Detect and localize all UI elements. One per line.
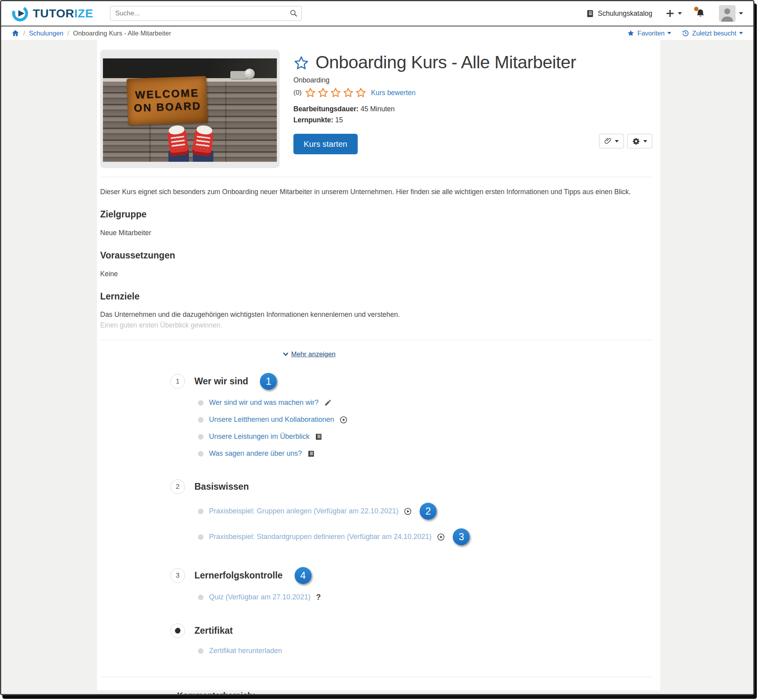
lernziele-heading: Lernziele (100, 290, 652, 304)
logo-wordmark: TUTORIZE (33, 7, 93, 20)
pencil-icon (324, 399, 332, 406)
course-info: Onboarding Kurs - Alle Mitarbeiter Onboa… (293, 50, 652, 168)
catalog-label: Schulungskatalog (598, 9, 652, 18)
lesson-bullet (198, 400, 204, 406)
section-title: Basiswissen (194, 481, 249, 492)
section-title: Wer wir sind (194, 376, 248, 387)
course-image: WELCOME ON BOARD (100, 50, 280, 168)
rating-star-icon[interactable] (305, 87, 316, 98)
rating-star-icon[interactable] (317, 87, 329, 98)
lesson-bullet (198, 417, 204, 423)
lesson-link[interactable]: Wer sind wir und was machen wir? (209, 399, 319, 407)
zielgruppe-heading: Zielgruppe (100, 208, 652, 222)
curriculum-section-1: 1 Wer wir sind 1 Wer sind wir und was ma… (170, 373, 652, 458)
welcome-on-board-photo: WELCOME ON BOARD (103, 58, 277, 162)
play-circle-icon (437, 533, 445, 541)
settings-button[interactable] (627, 134, 652, 148)
zielgruppe-text: Neue Mitarbeiter (100, 228, 652, 238)
lesson-bullet (198, 451, 204, 457)
points-label: Lernpunkte: (293, 116, 333, 124)
top-navbar: TUTORIZE Schulungskatalog (1, 1, 753, 26)
lernziel-1: Das Unternehmen und die dazugehörigen wi… (100, 309, 652, 320)
lesson-link[interactable]: Praxisbeispiel: Standardgruppen definier… (209, 533, 431, 541)
chevron-down-icon (678, 12, 682, 15)
course-category: Onboarding (293, 76, 652, 84)
section-number: 1 (170, 374, 185, 389)
breadcrumb-separator: / (67, 30, 69, 37)
rate-course-link[interactable]: Kurs bewerten (371, 89, 416, 97)
section-title: Lernerfolgskontrolle (194, 570, 283, 581)
course-meta: Bearbeitungsdauer: 45 Minuten Lernpunkte… (293, 103, 652, 125)
favorites-label: Favoriten (637, 30, 665, 37)
actions-row: Kurs starten (293, 134, 652, 154)
chevron-down-icon (739, 12, 743, 15)
comments-divider (100, 677, 652, 677)
app-window: TUTORIZE Schulungskatalog (0, 0, 754, 695)
course-header: WELCOME ON BOARD Onboarding (100, 50, 652, 168)
create-menu-button[interactable] (666, 9, 682, 18)
catalog-link[interactable]: Schulungskatalog (586, 9, 652, 18)
callout-badge-4: 4 (295, 567, 312, 584)
rating-star-icon[interactable] (343, 87, 354, 98)
points-value: 15 (335, 116, 343, 124)
search-icon[interactable] (289, 9, 298, 17)
chevron-down-icon (283, 351, 289, 357)
show-more-divider (100, 340, 652, 340)
play-circle-icon (404, 507, 412, 515)
favorite-star-icon[interactable] (293, 55, 309, 71)
download-certificate-link[interactable]: Zertifikat herunterladen (209, 647, 282, 655)
rating-star-icon[interactable] (330, 87, 341, 98)
recently-visited-dropdown[interactable]: Zuletzt besucht (681, 29, 743, 37)
lesson-link[interactable]: Unsere Leitthemen und Kollaborationen (209, 416, 334, 424)
navbar-right: Schulungskatalog (586, 5, 743, 22)
course-card: WELCOME ON BOARD Onboarding (97, 40, 660, 690)
duration-label: Bearbeitungsdauer: (293, 105, 358, 113)
curriculum: 1 Wer wir sind 1 Wer sind wir und was ma… (170, 373, 652, 655)
rating-star-icon[interactable] (355, 87, 366, 98)
question-icon: ? (316, 593, 321, 602)
show-more-link[interactable]: Mehr anzeigen (283, 350, 335, 358)
breadcrumb-schulungen[interactable]: Schulungen (29, 30, 63, 37)
curriculum-section-2: 2 Basiswissen Praxisbeispiel: Gruppen an… (170, 479, 652, 545)
description-intro: Dieser Kurs eignet sich besonders zum On… (100, 187, 639, 197)
favorites-dropdown[interactable]: Favoriten (627, 30, 671, 37)
lesson-item: Zertifikat herunterladen (198, 647, 652, 655)
curriculum-section-3: 3 Lernerfolgskontrolle 4 Quiz (Verfügbar… (170, 567, 652, 602)
header-divider (100, 177, 652, 177)
section-title: Zertifikat (194, 625, 233, 636)
lesson-bullet (198, 595, 204, 600)
chevron-down-icon (667, 32, 671, 34)
duration-value: 45 Minuten (360, 105, 395, 113)
doormat: WELCOME ON BOARD (127, 76, 208, 125)
callout-badge-1: 1 (260, 373, 277, 390)
notification-dot (694, 7, 698, 11)
doormat-text-line2: ON BOARD (134, 100, 202, 114)
quick-links: Favoriten Zuletzt besucht (627, 29, 743, 37)
lesson-bullet (198, 534, 204, 540)
breadcrumb-separator: / (23, 30, 25, 37)
doormat-text-line1: WELCOME (135, 87, 199, 101)
lesson-link[interactable]: Unsere Leistungen im Überblick (209, 432, 310, 441)
notifications-button[interactable] (695, 8, 706, 19)
section-number: 3 (170, 568, 185, 583)
book-icon (586, 9, 594, 18)
start-course-button[interactable]: Kurs starten (293, 134, 358, 154)
avatar (719, 5, 736, 22)
lesson-link[interactable]: Was sagen andere über uns? (209, 449, 302, 458)
user-menu[interactable] (719, 5, 743, 22)
comments-section: Kommentarbereich: Haben Sie noch Fragen?… (177, 691, 652, 695)
lesson-item: Unsere Leistungen im Überblick (198, 432, 652, 441)
lesson-item: Was sagen andere über uns? (198, 449, 652, 458)
page-title: Onboarding Kurs - Alle Mitarbeiter (316, 53, 576, 71)
history-icon (681, 29, 689, 37)
comments-heading: Kommentarbereich: (177, 691, 652, 695)
breadcrumb: / Schulungen / Onboarding Kurs - Alle Mi… (11, 29, 171, 37)
section-number: 2 (170, 479, 185, 494)
tutorize-logo[interactable]: TUTORIZE (11, 5, 103, 22)
lesson-item: Wer sind wir und was machen wir? (198, 399, 652, 407)
home-icon[interactable] (11, 29, 19, 37)
search-input[interactable] (110, 6, 302, 21)
attachments-button[interactable] (599, 134, 624, 148)
lesson-link[interactable]: Praxisbeispiel: Gruppen anlegen (Verfügb… (209, 507, 398, 515)
lesson-link[interactable]: Quiz (Verfügbar am 27.10.2021) (209, 593, 310, 601)
